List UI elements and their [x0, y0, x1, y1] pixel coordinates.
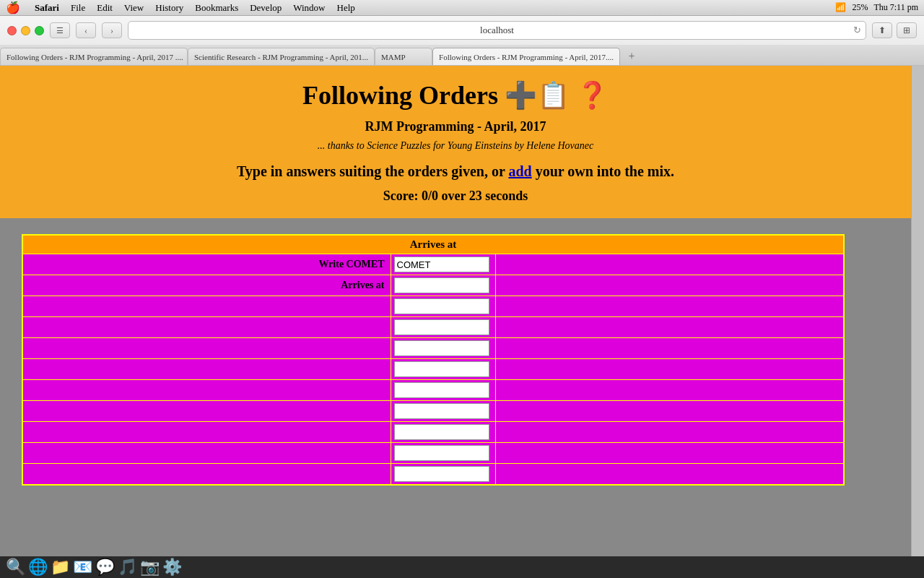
- instruction: Type in answers suiting the orders given…: [29, 163, 882, 180]
- dock-icon-6: 🎵: [118, 558, 137, 577]
- menu-bookmarks[interactable]: Bookmarks: [195, 2, 238, 14]
- new-tab-button[interactable]: ⊞: [897, 22, 917, 38]
- dock-icon-8: ⚙️: [162, 558, 182, 577]
- reload-button[interactable]: ↻: [853, 25, 861, 36]
- table-row: [22, 464, 844, 486]
- table-row: [22, 359, 844, 380]
- table-row: [22, 401, 844, 422]
- row-6-label: [22, 380, 391, 401]
- menu-bar: 🍎 Safari File Edit View History Bookmark…: [0, 0, 924, 16]
- menu-history[interactable]: History: [155, 2, 183, 14]
- title-plus-icon: ➕📋: [505, 81, 570, 110]
- row-6-rest: [495, 380, 844, 401]
- row-10-input-cell[interactable]: [391, 464, 495, 486]
- fullscreen-button[interactable]: [35, 26, 44, 35]
- forward-button[interactable]: ›: [102, 22, 122, 38]
- row-3-input-cell[interactable]: [391, 317, 495, 338]
- page-header: Following Orders ➕📋 ❓ RJM Programming - …: [0, 66, 911, 220]
- row-3-input[interactable]: [394, 319, 489, 335]
- row-0-input-cell[interactable]: [391, 254, 495, 275]
- row-9-rest: [495, 443, 844, 464]
- browser-chrome: ☰ ‹ › localhost ↻ ⬆ ⊞ Following Orders -…: [0, 16, 924, 66]
- title-question-mark: ❓: [576, 81, 609, 110]
- battery-indicator: 25%: [852, 2, 868, 13]
- table-row: Arrives at: [22, 275, 844, 296]
- row-4-input-cell[interactable]: [391, 338, 495, 359]
- row-2-input[interactable]: [394, 298, 489, 314]
- tab-4-label: Following Orders - RJM Programming - Apr…: [439, 53, 614, 61]
- row-1-input-cell[interactable]: [391, 275, 495, 296]
- row-10-label: [22, 464, 391, 486]
- row-6-input[interactable]: [394, 382, 489, 398]
- menu-safari[interactable]: Safari: [35, 2, 59, 14]
- tab-1-label: Following Orders - RJM Programming - Apr…: [6, 53, 183, 61]
- table-row: [22, 380, 844, 401]
- menu-edit[interactable]: Edit: [97, 2, 113, 14]
- share-button[interactable]: ⬆: [872, 22, 892, 38]
- row-7-label: [22, 401, 391, 422]
- row-5-label: [22, 359, 391, 380]
- tab-3-label: MAMP: [381, 53, 406, 61]
- tab-1[interactable]: Following Orders - RJM Programming - Apr…: [0, 48, 188, 65]
- row-0-input[interactable]: [394, 256, 489, 272]
- row-7-input[interactable]: [394, 403, 489, 419]
- menu-right: 📶 25% Thu 7:11 pm: [835, 2, 918, 13]
- dock-icon-4: 📧: [73, 558, 92, 577]
- row-10-input[interactable]: [394, 466, 489, 482]
- tab-3[interactable]: MAMP: [375, 48, 432, 65]
- row-1-rest: [495, 275, 844, 296]
- row-5-input[interactable]: [394, 361, 489, 377]
- row-8-input-cell[interactable]: [391, 422, 495, 443]
- row-8-input[interactable]: [394, 424, 489, 440]
- apple-menu[interactable]: 🍎: [6, 1, 20, 14]
- row-9-input-cell[interactable]: [391, 443, 495, 464]
- row-4-rest: [495, 338, 844, 359]
- row-1-input[interactable]: [394, 277, 489, 293]
- sidebar-toggle[interactable]: ☰: [50, 22, 70, 38]
- row-7-input-cell[interactable]: [391, 401, 495, 422]
- close-button[interactable]: [7, 26, 17, 35]
- menu-window[interactable]: Window: [293, 2, 325, 14]
- table-row: Write COMET: [22, 254, 844, 275]
- row-4-input[interactable]: [394, 340, 489, 356]
- row-6-input-cell[interactable]: [391, 380, 495, 401]
- menu-help[interactable]: Help: [337, 2, 355, 14]
- url-text: localhost: [480, 25, 514, 36]
- row-0-label: Write COMET: [22, 254, 391, 275]
- row-2-rest: [495, 296, 844, 317]
- tab-2[interactable]: Scientific Research - RJM Programming - …: [188, 48, 375, 65]
- game-area: Arrives at Write COMET Arrives at: [0, 220, 911, 578]
- toolbar-actions: ⬆ ⊞: [872, 22, 917, 38]
- row-7-rest: [495, 401, 844, 422]
- score: Score: 0/0 over 23 seconds: [29, 189, 882, 204]
- row-5-input-cell[interactable]: [391, 359, 495, 380]
- dock-icon-7: 📷: [140, 558, 160, 577]
- scrollbar-track[interactable]: [912, 66, 924, 578]
- menu-file[interactable]: File: [71, 2, 85, 14]
- tabs-row: Following Orders - RJM Programming - Apr…: [0, 45, 924, 65]
- table-header-cell: Arrives at: [22, 235, 844, 254]
- url-bar[interactable]: localhost ↻: [128, 21, 866, 40]
- minimize-button[interactable]: [21, 26, 30, 35]
- row-9-label: [22, 443, 391, 464]
- row-4-label: [22, 338, 391, 359]
- traffic-lights: [7, 26, 44, 35]
- row-9-input[interactable]: [394, 445, 489, 461]
- page-content: Following Orders ➕📋 ❓ RJM Programming - …: [0, 66, 924, 578]
- row-2-input-cell[interactable]: [391, 296, 495, 317]
- row-8-rest: [495, 422, 844, 443]
- back-button[interactable]: ‹: [76, 22, 96, 38]
- dock-icon-5: 💬: [95, 558, 115, 577]
- row-5-rest: [495, 359, 844, 380]
- add-link[interactable]: add: [508, 163, 531, 179]
- menu-view[interactable]: View: [124, 2, 144, 14]
- page-title: Following Orders ➕📋 ❓: [29, 80, 882, 111]
- row-2-label: [22, 296, 391, 317]
- table-row: [22, 317, 844, 338]
- dock-icon-3: 📁: [51, 558, 70, 577]
- row-3-rest: [495, 317, 844, 338]
- menu-develop[interactable]: Develop: [250, 2, 282, 14]
- tab-4[interactable]: Following Orders - RJM Programming - Apr…: [432, 48, 620, 65]
- new-tab-icon[interactable]: +: [623, 48, 640, 65]
- title-text: Following Orders: [302, 81, 498, 110]
